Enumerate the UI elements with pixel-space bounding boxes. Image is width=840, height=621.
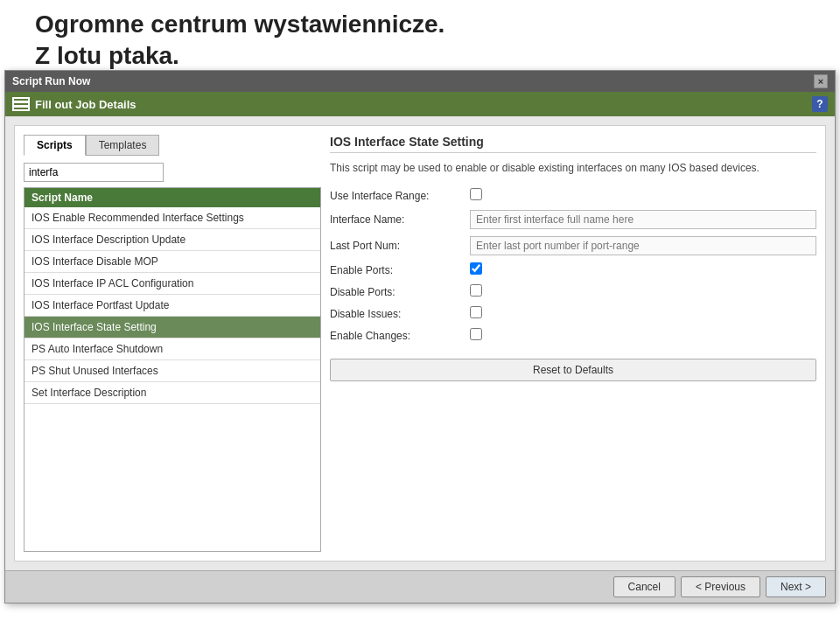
- control-last-port-num: [470, 236, 816, 255]
- next-button[interactable]: Next >: [766, 576, 826, 597]
- list-item[interactable]: PS Auto Interface Shutdown: [24, 338, 320, 360]
- list-item[interactable]: IOS Interface IP ACL Configuration: [24, 273, 320, 295]
- dialog: Script Run Now × Fill out Job Details ? …: [4, 70, 836, 604]
- title-bar: Script Run Now ×: [5, 71, 835, 92]
- list-item[interactable]: IOS Interface Disable MOP: [24, 251, 320, 273]
- sub-header-title: Fill out Job Details: [35, 98, 136, 111]
- label-use-interface-range: Use Interface Range:: [330, 190, 470, 202]
- section-title: IOS Interface State Setting: [330, 135, 816, 153]
- content-area: Scripts Templates Script Name IOS Enable…: [5, 116, 835, 570]
- right-panel: IOS Interface State Setting This script …: [330, 135, 816, 552]
- close-button[interactable]: ×: [814, 74, 828, 88]
- field-disable-issues: Disable Issues:: [330, 306, 816, 321]
- tab-scripts[interactable]: Scripts: [24, 135, 86, 156]
- input-last-port-num[interactable]: [470, 236, 816, 255]
- script-list-header: Script Name: [24, 188, 320, 207]
- field-interface-name: Interface Name:: [330, 210, 816, 229]
- previous-button[interactable]: < Previous: [681, 576, 760, 597]
- control-disable-ports: [470, 284, 816, 299]
- label-disable-issues: Disable Issues:: [330, 308, 470, 320]
- field-enable-changes: Enable Changes:: [330, 328, 816, 343]
- checkbox-disable-issues[interactable]: [470, 306, 482, 318]
- list-item[interactable]: PS Shut Unused Interfaces: [24, 360, 320, 382]
- tab-bar: Scripts Templates: [24, 135, 321, 156]
- help-button[interactable]: ?: [812, 96, 828, 112]
- tab-templates[interactable]: Templates: [86, 135, 160, 156]
- list-item[interactable]: IOS Interface Description Update: [24, 229, 320, 251]
- control-disable-issues: [470, 306, 816, 321]
- field-use-interface-range: Use Interface Range:: [330, 188, 816, 203]
- control-enable-ports: [470, 262, 816, 277]
- bottom-bar: Cancel < Previous Next >: [5, 570, 835, 603]
- list-item[interactable]: Set Interface Description: [24, 382, 320, 404]
- label-interface-name: Interface Name:: [330, 213, 470, 226]
- input-interface-name[interactable]: [470, 210, 816, 229]
- sub-header-left: Fill out Job Details: [12, 97, 136, 111]
- field-disable-ports: Disable Ports:: [330, 284, 816, 299]
- script-list: Script Name IOS Enable Recommended Inter…: [24, 187, 321, 552]
- background-text: Ogromne centrum wystawiennicze. Z lotu p…: [35, 9, 444, 73]
- control-use-interface-range: [470, 188, 816, 203]
- checkbox-enable-ports[interactable]: [470, 262, 482, 275]
- inner-panel: Scripts Templates Script Name IOS Enable…: [14, 125, 826, 562]
- main-content: Scripts Templates Script Name IOS Enable…: [24, 135, 816, 552]
- sub-header: Fill out Job Details ?: [5, 92, 835, 116]
- description-text: This script may be used to enable or dis…: [330, 160, 816, 176]
- checkbox-use-interface-range[interactable]: [470, 188, 482, 200]
- left-panel: Scripts Templates Script Name IOS Enable…: [24, 135, 321, 552]
- checkbox-disable-ports[interactable]: [470, 284, 482, 297]
- label-enable-ports: Enable Ports:: [330, 264, 470, 276]
- list-item-selected[interactable]: IOS Interface State Setting: [24, 317, 320, 338]
- label-last-port-num: Last Port Num:: [330, 240, 470, 252]
- label-enable-changes: Enable Changes:: [330, 330, 470, 342]
- field-last-port-num: Last Port Num:: [330, 236, 816, 255]
- list-item[interactable]: IOS Enable Recommended Interface Setting…: [24, 207, 320, 229]
- checkbox-enable-changes[interactable]: [470, 328, 482, 340]
- cancel-button[interactable]: Cancel: [613, 576, 676, 597]
- reset-defaults-button[interactable]: Reset to Defaults: [330, 359, 816, 381]
- document-icon: [12, 97, 30, 111]
- control-interface-name: [470, 210, 816, 229]
- control-enable-changes: [470, 328, 816, 343]
- dialog-title: Script Run Now: [12, 75, 90, 87]
- field-enable-ports: Enable Ports:: [330, 262, 816, 277]
- list-item[interactable]: IOS Interface Portfast Update: [24, 295, 320, 317]
- search-input[interactable]: [24, 163, 164, 182]
- label-disable-ports: Disable Ports:: [330, 286, 470, 298]
